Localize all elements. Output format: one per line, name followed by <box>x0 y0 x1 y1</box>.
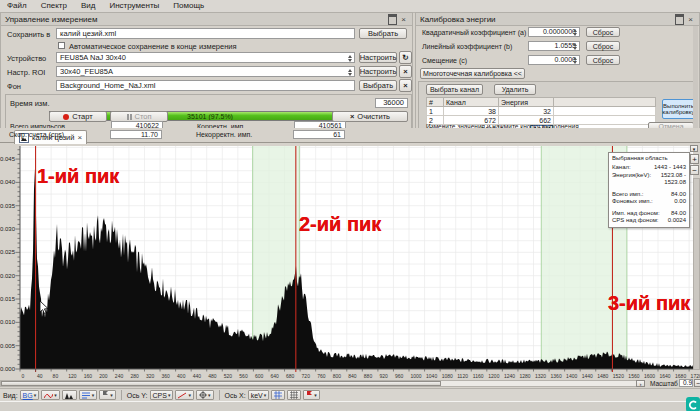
table-row[interactable]: 1 38 32 <box>427 107 656 116</box>
svg-text:1240: 1240 <box>504 373 515 379</box>
calibration-panel: Калибровка энергии × Квадратичный коэффи… <box>415 12 700 132</box>
svg-text:1440: 1440 <box>582 373 593 379</box>
reset-offset-button[interactable]: Сброс <box>586 55 620 65</box>
red-flag-icon <box>306 391 313 399</box>
svg-text:0.000: 0.000 <box>0 366 16 372</box>
background-label: Фон <box>7 82 21 91</box>
collapse-infobox-icon[interactable]: ▾ <box>690 145 698 152</box>
close-icon[interactable]: × <box>399 15 408 24</box>
linear-coef-spinbox[interactable]: 1.0555 <box>528 41 580 51</box>
measurement-time-input[interactable]: 36000 <box>375 98 408 108</box>
view-curve-button[interactable]: ▾ <box>41 390 60 400</box>
clear-x-icon: × <box>350 112 354 121</box>
axis-x-unit-button[interactable]: keV▾ <box>248 390 270 400</box>
svg-text:1400: 1400 <box>566 373 577 379</box>
scale-minus-button[interactable]: − <box>694 379 700 387</box>
menu-view[interactable]: Вид <box>74 0 102 12</box>
autosave-checkbox[interactable] <box>58 42 65 49</box>
svg-text:1280: 1280 <box>519 373 530 379</box>
roi-combobox[interactable]: 30x40_FEU85A <box>56 66 355 77</box>
hscroll-thumb[interactable] <box>1 381 441 386</box>
svg-text:0.030: 0.030 <box>0 226 16 232</box>
black-peaks-icon <box>65 392 74 399</box>
axis-x-marker-button[interactable]: ▾ <box>303 390 320 400</box>
refresh-devices-icon[interactable]: ↻ <box>399 51 412 64</box>
device-combobox[interactable]: FEU85A NaJ 30x40 <box>56 52 355 63</box>
offset-spinbox[interactable]: 0.0000 <box>528 55 580 65</box>
calibration-panel-header: Калибровка энергии × <box>416 13 699 26</box>
svg-text:520: 520 <box>224 373 233 379</box>
selected-region-title: Выбранная область <box>612 155 686 161</box>
save-to-label: Сохранить в <box>7 30 50 39</box>
mouse-cursor <box>40 301 49 314</box>
svg-text:1080: 1080 <box>442 373 453 379</box>
zoom-out-button[interactable]: − <box>690 165 699 175</box>
axis-y-unit-button[interactable]: CPS▾ <box>150 390 174 400</box>
spin-arrows-icon <box>573 29 577 36</box>
pin-icon[interactable] <box>388 14 397 25</box>
reset-quadratic-button[interactable]: Сброс <box>586 27 620 37</box>
chart-hscroll-row: › Масштаб 0.9 − <box>0 379 700 388</box>
choose-background-button[interactable]: Выбрать <box>359 80 397 91</box>
chart-vscrollbar[interactable] <box>693 178 700 370</box>
application-window: Файл Спектр Вид Инструменты Помощь Управ… <box>0 0 700 411</box>
menu-file[interactable]: Файл <box>0 0 34 12</box>
svg-text:880: 880 <box>364 373 373 379</box>
spectrum-chart[interactable]: 0.0000.0050.0100.0150.0200.0250.0300.035… <box>0 143 700 379</box>
svg-text:680: 680 <box>286 373 295 379</box>
svg-text:1520: 1520 <box>613 373 624 379</box>
svg-text:400: 400 <box>177 373 186 379</box>
axis-x-label: Ось X: <box>225 392 246 399</box>
clear-background-icon[interactable]: × <box>399 79 412 92</box>
select-channel-button[interactable]: Выбрать канал <box>426 84 483 95</box>
multipoint-calibration-button[interactable]: Многоточечная калибровка << <box>420 68 525 79</box>
svg-text:1680: 1680 <box>675 373 686 379</box>
pin-icon[interactable] <box>675 14 684 25</box>
menu-spectrum[interactable]: Спектр <box>34 0 74 12</box>
panel-scrollbar[interactable] <box>693 26 698 131</box>
axis-y-crosshair-button[interactable]: ▾ <box>196 390 214 400</box>
menu-help[interactable]: Помощь <box>166 0 211 12</box>
measurement-panel-header: Управление измерением × <box>1 13 412 26</box>
view-bg-button[interactable]: BG▾ <box>20 390 40 400</box>
clear-roi-icon[interactable]: × <box>399 65 412 78</box>
close-icon[interactable]: × <box>686 15 695 24</box>
configure-device-button[interactable]: Настроить <box>359 52 397 63</box>
configure-roi-button[interactable]: Настроить <box>359 66 397 77</box>
crosshair-icon <box>199 391 207 399</box>
linear-coef-label: Линейный коэффициент (b) <box>422 43 512 50</box>
overlay-app-icon[interactable] <box>686 397 700 411</box>
svg-text:560: 560 <box>239 373 248 379</box>
zoom-in-button[interactable]: + <box>690 154 699 164</box>
svg-text:360: 360 <box>162 373 171 379</box>
svg-text:0.015: 0.015 <box>0 296 16 302</box>
view-labels-button[interactable]: ▾ <box>79 390 98 400</box>
menu-tools[interactable]: Инструменты <box>102 0 166 12</box>
scroll-right-icon[interactable]: › <box>636 380 645 387</box>
save-file-input[interactable]: калий цезий.xml <box>56 28 355 39</box>
view-spectrum-button[interactable] <box>62 390 77 400</box>
svg-text:320: 320 <box>146 373 155 379</box>
execute-calibration-button[interactable]: Выполнить калибровку <box>662 99 695 119</box>
chart-hscrollbar[interactable] <box>0 380 645 387</box>
svg-text:720: 720 <box>302 373 311 379</box>
incorrect-pulses-value: 61 <box>293 130 345 139</box>
view-marker-button[interactable]: ▾ <box>99 390 116 400</box>
peak-annotation: 1-ий пик <box>37 165 119 188</box>
svg-text:0.020: 0.020 <box>0 273 16 279</box>
svg-text:1640: 1640 <box>659 373 670 379</box>
start-button[interactable]: Старт <box>49 111 107 122</box>
choose-save-file-button[interactable]: Выбрать <box>359 28 407 39</box>
axis-y-scale-button[interactable]: ▾ <box>175 390 194 400</box>
quadratic-coef-spinbox[interactable]: 0.0000000 <box>528 27 580 37</box>
reset-linear-button[interactable]: Сброс <box>586 41 620 51</box>
delete-point-button[interactable]: Удалить <box>494 84 536 95</box>
tab-close-icon[interactable]: × <box>78 133 83 142</box>
svg-text:120: 120 <box>68 373 77 379</box>
autosave-label: Автоматическое сохранение в конце измере… <box>69 42 237 51</box>
axis-x-grid2-button[interactable] <box>287 390 301 400</box>
incorrect-pulses-label: Некорректн. имп. <box>196 131 252 138</box>
quadratic-coef-label: Квадратичный коэффициент (a) <box>422 29 526 36</box>
axis-x-grid-button[interactable] <box>271 390 285 400</box>
background-file-input[interactable]: Background_Home_NaJ.xml <box>56 80 355 91</box>
